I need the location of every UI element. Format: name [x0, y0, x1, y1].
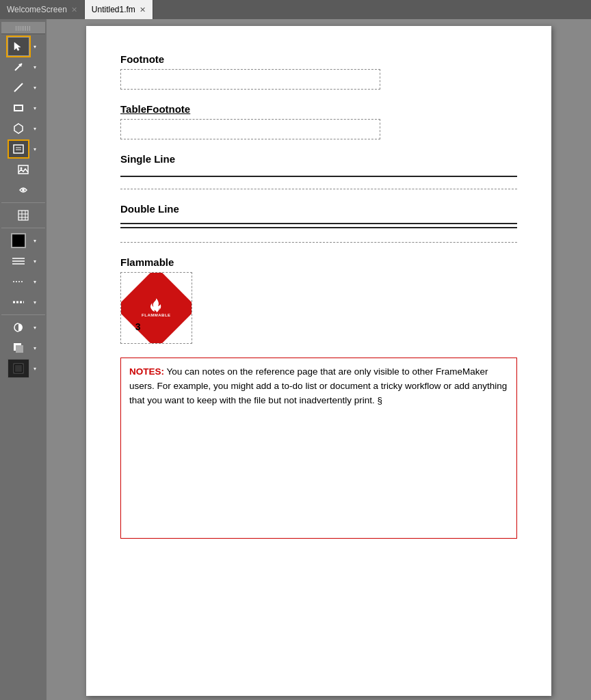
tool-row-select: ▾ [1, 37, 45, 56]
tool-row-boxshadow: ▾ [1, 338, 45, 358]
tablefootnote-title: TableFootnote [120, 103, 524, 115]
toolbar: |||||||| ▾ ▾ [0, 19, 47, 700]
tool-row-color: ▾ [1, 231, 45, 250]
tool-row-line: ▾ [1, 78, 45, 97]
svg-rect-12 [18, 211, 28, 220]
textframe-tool[interactable] [8, 139, 29, 159]
notes-body: You can notes on the reference page that… [129, 366, 507, 405]
singleline-container [120, 169, 517, 189]
svg-rect-9 [18, 165, 28, 174]
flammable-box: FLAMMABLE 3 [120, 272, 192, 344]
tab-bar: WelcomeScreen ✕ Untitled1.fm ✕ [0, 0, 591, 19]
line-tool-arrow[interactable]: ▾ [31, 78, 39, 97]
tool-row-dash: ▾ [1, 272, 45, 291]
single-line-solid [120, 176, 517, 177]
tool-row-arrow: ▾ [1, 57, 45, 77]
document-page: Footnote TableFootnote Single Line Doubl… [86, 26, 551, 696]
tool-row-lines: ▾ [1, 252, 45, 271]
flammable-title: Flammable [120, 256, 524, 268]
select-tool-arrow[interactable]: ▾ [31, 37, 39, 56]
separator-2 [1, 228, 45, 228]
lines-icon [12, 258, 25, 265]
circle-tool-arrow[interactable]: ▾ [31, 318, 39, 337]
flammable-diamond: FLAMMABLE 3 [120, 272, 192, 344]
rect-tool-arrow[interactable]: ▾ [31, 98, 39, 118]
dash-tool-arrow[interactable]: ▾ [31, 272, 39, 291]
image-tool[interactable] [12, 160, 34, 179]
select-tool[interactable] [8, 37, 29, 56]
tool-row-image [1, 160, 45, 179]
doubleline-title: Double Line [120, 203, 524, 215]
hex-tool-arrow[interactable]: ▾ [31, 119, 39, 138]
tool-row-rect: ▾ [1, 98, 45, 118]
tool-row-table [1, 206, 45, 225]
preview-tool-arrow[interactable]: ▾ [31, 359, 39, 378]
boxshadow-tool[interactable] [8, 338, 29, 358]
tablefootnote-box [120, 119, 380, 139]
flammable-label: FLAMMABLE [142, 313, 171, 317]
section-flammable: Flammable FLAMMABLE 3 [120, 256, 524, 344]
hex-tool[interactable] [8, 119, 29, 138]
footnote-box [120, 69, 380, 90]
tool-row-textframe: ▾ [1, 139, 45, 159]
rect-tool[interactable] [8, 98, 29, 118]
boxshadow-tool-arrow[interactable]: ▾ [31, 338, 39, 358]
section-tablefootnote: TableFootnote [120, 103, 524, 139]
flame-icon [149, 299, 164, 314]
section-footnote: Footnote [120, 53, 524, 90]
double-line-dashed [120, 242, 517, 243]
svg-point-11 [22, 189, 25, 191]
svg-marker-0 [14, 42, 21, 51]
svg-rect-20 [16, 345, 23, 353]
thick-dash-tool-arrow[interactable]: ▾ [31, 293, 39, 312]
footnote-title: Footnote [120, 53, 524, 65]
double-line-solid-1 [120, 223, 517, 224]
circle-tool[interactable] [8, 318, 29, 337]
svg-marker-5 [14, 124, 23, 133]
flammable-number: 3 [135, 321, 140, 332]
svg-rect-4 [14, 105, 23, 111]
arrow-tool-arrow[interactable]: ▾ [31, 57, 39, 77]
tab-untitled-close[interactable]: ✕ [140, 5, 146, 14]
notes-box: NOTES: You can notes on the reference pa… [120, 358, 517, 539]
lines-tool-arrow[interactable]: ▾ [31, 252, 39, 271]
svg-line-3 [14, 83, 23, 92]
notes-label: NOTES: [129, 366, 164, 377]
tab-welcome[interactable]: WelcomeScreen ✕ [0, 0, 85, 19]
main-area: |||||||| ▾ ▾ [0, 19, 591, 700]
tool-row-thick-dash: ▾ [1, 293, 45, 312]
line-tool[interactable] [8, 78, 29, 97]
arrow-tool[interactable] [8, 57, 29, 77]
tool-row-preview: ▾ [1, 359, 45, 378]
lines-tool[interactable] [8, 252, 29, 271]
separator-1 [1, 202, 45, 203]
tool-row-circle: ▾ [1, 318, 45, 337]
table-tool[interactable] [12, 206, 34, 225]
color-swatch [11, 233, 26, 248]
tab-untitled-label: Untitled1.fm [92, 5, 135, 14]
content-area: Footnote TableFootnote Single Line Doubl… [47, 19, 591, 700]
section-doubleline: Double Line [120, 203, 524, 243]
dash-tool[interactable] [8, 272, 29, 291]
section-singleline: Single Line [120, 153, 524, 189]
flammable-inner: FLAMMABLE [142, 299, 171, 317]
double-line-solid-2 [120, 227, 517, 228]
tab-welcome-close[interactable]: ✕ [71, 5, 77, 14]
tab-welcome-label: WelcomeScreen [7, 5, 67, 14]
preview-tool[interactable] [8, 359, 29, 378]
notes-text: NOTES: You can notes on the reference pa… [129, 365, 508, 408]
single-line-dashed [120, 189, 517, 189]
thick-dash-tool[interactable] [8, 293, 29, 312]
textframe-tool-arrow[interactable]: ▾ [31, 139, 39, 159]
tab-untitled[interactable]: Untitled1.fm ✕ [85, 0, 153, 19]
singleline-title: Single Line [120, 153, 524, 165]
tool-row-hex: ▾ [1, 119, 45, 138]
color-tool-arrow[interactable]: ▾ [31, 231, 39, 250]
svg-rect-22 [15, 365, 22, 372]
color-tool[interactable] [8, 231, 29, 250]
tool-row-flow [1, 180, 45, 200]
notes-empty-area [129, 408, 508, 531]
flow-tool[interactable] [12, 180, 34, 200]
doubleline-container [120, 219, 517, 243]
separator-3 [1, 314, 45, 315]
